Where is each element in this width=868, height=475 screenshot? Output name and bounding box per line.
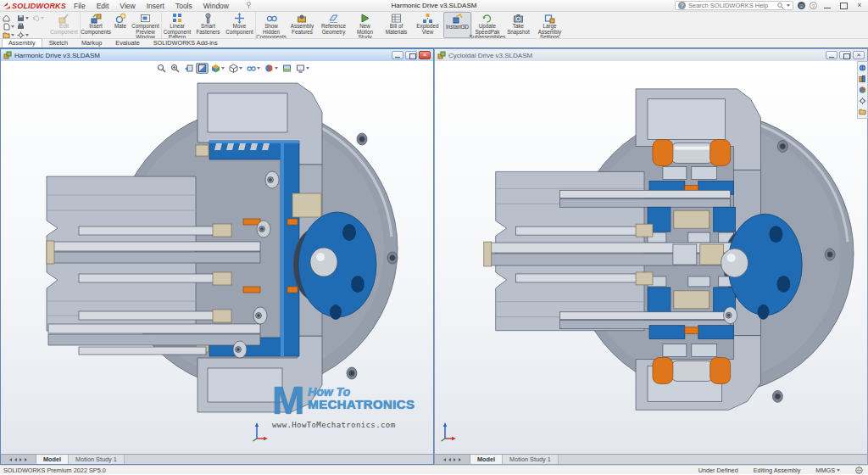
ribbon-command-mate[interactable]: Mate: [111, 12, 130, 38]
edit-appearance-icon[interactable]: [263, 63, 280, 74]
app-restore-button[interactable]: [837, 1, 849, 10]
doc-tab-nav-arrows[interactable]: [435, 455, 470, 464]
mdi-workspace: Harmonic Drive v3.SLDASM ×: [0, 48, 868, 465]
harmonic-doc-tabbar: Model Motion Study 1: [1, 454, 433, 464]
ribbon-command-bill-of-materials[interactable]: Bill of Materials: [381, 12, 412, 38]
display-style-icon[interactable]: [227, 63, 244, 74]
print-button[interactable]: [17, 22, 31, 31]
ribbon-command-smart-fasteners[interactable]: Smart Fasteners: [192, 12, 224, 38]
doc-tab-nav-arrows[interactable]: [1, 455, 36, 464]
ribbon-command-exploded-view[interactable]: Exploded View: [412, 12, 443, 38]
status-globe-icon[interactable]: [855, 467, 863, 474]
cycloidal-drive-model[interactable]: [435, 61, 864, 454]
ribbon-command-insert-components[interactable]: Insert Components: [80, 12, 111, 38]
quick-access-toolbar: [0, 12, 48, 38]
undo-button[interactable]: [32, 14, 47, 22]
search-icon[interactable]: [777, 3, 784, 9]
menu-view[interactable]: View: [119, 2, 136, 10]
menu-bar: File Edit View Insert Tools Window: [73, 2, 252, 10]
harmonic-window-titlebar[interactable]: Harmonic Drive v3.SLDASM ×: [1, 49, 433, 61]
ribbon-command-reference-geometry[interactable]: Reference Geometry: [318, 12, 349, 38]
app-close-button[interactable]: ×: [854, 1, 865, 10]
child-close-button[interactable]: ×: [853, 51, 865, 59]
previous-view-icon[interactable]: [182, 63, 195, 74]
file-explorer-icon[interactable]: [859, 107, 866, 117]
watermark-line1: How To: [308, 386, 415, 398]
status-bar: SOLIDWORKS Premium 2022 SP5.0 Under Defi…: [0, 465, 868, 474]
harmonic-viewport[interactable]: M How To MECHATRONICS www.HowToMechatron…: [1, 61, 433, 454]
new-document-button[interactable]: [3, 22, 17, 31]
model-tab[interactable]: Model: [36, 455, 69, 464]
motion-study-tab[interactable]: Motion Study 1: [503, 455, 559, 464]
assembly-document-icon: [437, 51, 446, 59]
ribbon-command-large-assembly-settings[interactable]: Large Assembly Settings: [534, 12, 565, 38]
zoom-to-fit-icon[interactable]: [155, 63, 168, 74]
units-selector[interactable]: MMGS: [815, 467, 840, 474]
save-button[interactable]: [17, 14, 31, 22]
ribbon-command-component-preview-window[interactable]: Component Preview Window: [130, 12, 161, 38]
menu-edit[interactable]: Edit: [96, 2, 110, 10]
view-settings-icon[interactable]: [294, 63, 311, 74]
child-minimize-button[interactable]: [392, 51, 403, 59]
child-minimize-button[interactable]: [826, 51, 837, 59]
ribbon-command-assembly-features[interactable]: Assembly Features: [287, 12, 318, 38]
zoom-to-area-icon[interactable]: [169, 63, 181, 74]
ribbon-command-edit-component[interactable]: Edit Component: [48, 12, 80, 38]
task-pane-strip: [857, 61, 868, 119]
headsup-view-toolbar: [155, 63, 311, 74]
model-tab[interactable]: Model: [470, 455, 503, 464]
product-version-text: SOLIDWORKS Premium 2022 SP5.0: [3, 467, 106, 474]
cycloidal-window-title: Cycloidal Drive v3.SLDASM: [448, 52, 532, 59]
ribbon-tab-strip: Assembly Sketch Markup Evaluate SOLIDWOR…: [0, 39, 868, 48]
cycloidal-viewport[interactable]: [435, 61, 867, 454]
search-scope-icon: ?: [678, 2, 686, 9]
resources-home-icon[interactable]: [859, 63, 866, 73]
app-minimize-button[interactable]: [821, 1, 833, 10]
orientation-triad: [440, 422, 457, 442]
view-orientation-icon[interactable]: [209, 63, 226, 74]
motion-study-tab[interactable]: Motion Study 1: [69, 455, 125, 464]
menu-tools[interactable]: Tools: [175, 2, 193, 10]
apply-scene-icon[interactable]: [281, 63, 293, 74]
tab-sketch[interactable]: Sketch: [42, 38, 75, 48]
help-icon[interactable]: ?: [810, 2, 817, 9]
tab-evaluate[interactable]: Evaluate: [108, 38, 146, 48]
window-harmonic-drive: Harmonic Drive v3.SLDASM ×: [0, 48, 434, 465]
child-restore-button[interactable]: [839, 51, 851, 59]
ribbon-command-instant3d[interactable]: Instant3D: [443, 12, 471, 38]
orientation-triad: [252, 422, 269, 442]
design-library-icon[interactable]: [859, 74, 866, 84]
ribbon-command-linear-component-pattern[interactable]: Linear Component Pattern: [161, 12, 192, 38]
child-close-button[interactable]: ×: [419, 51, 431, 59]
help-search-box[interactable]: ?: [675, 1, 793, 10]
menu-window[interactable]: Window: [203, 2, 230, 10]
ribbon-command-new-motion-study[interactable]: New Motion Study: [349, 12, 381, 38]
user-profile-icon[interactable]: ☺: [798, 2, 805, 9]
menu-file[interactable]: File: [73, 2, 86, 10]
pin-menu-icon[interactable]: [246, 2, 252, 10]
cycloidal-window-titlebar[interactable]: Cycloidal Drive v3.SLDASM ×: [435, 49, 867, 61]
app-titlebar: SOLIDWORKS Harmonic Drive v3.SLDASM File…: [0, 0, 868, 12]
watermark: M How To MECHATRONICS www.HowToMechatron…: [272, 383, 408, 429]
home-button[interactable]: [3, 14, 17, 22]
watermark-monogram: M: [272, 383, 304, 417]
search-input[interactable]: [688, 2, 775, 9]
ribbon-command-take-snapshot[interactable]: Take Snapshot: [503, 12, 534, 38]
ribbon-command-move-component[interactable]: Move Component: [224, 12, 255, 38]
appearances-icon[interactable]: [859, 85, 866, 95]
tab-assembly[interactable]: Assembly: [2, 38, 42, 48]
section-view-icon[interactable]: [196, 63, 209, 74]
hide-show-items-icon[interactable]: [245, 63, 262, 74]
ribbon-command-update-speedpak[interactable]: Update SpeedPak Subassemblies: [471, 12, 503, 38]
custom-properties-icon[interactable]: [859, 96, 866, 106]
ribbon-command-show-hidden-components[interactable]: Show Hidden Components: [255, 12, 287, 38]
cycloidal-doc-tabbar: Model Motion Study 1: [435, 454, 867, 464]
tab-markup[interactable]: Markup: [75, 38, 108, 48]
ribbon-commands: Edit Component Insert Components Mate Co…: [48, 12, 565, 38]
ribbon: Edit Component Insert Components Mate Co…: [0, 12, 868, 39]
search-dropdown-icon[interactable]: [787, 4, 790, 7]
tab-solidworks-addins[interactable]: SOLIDWORKS Add-ins: [147, 38, 225, 48]
menu-insert[interactable]: Insert: [146, 2, 165, 10]
child-restore-button[interactable]: [405, 51, 417, 59]
watermark-line2: MECHATRONICS: [308, 398, 415, 411]
